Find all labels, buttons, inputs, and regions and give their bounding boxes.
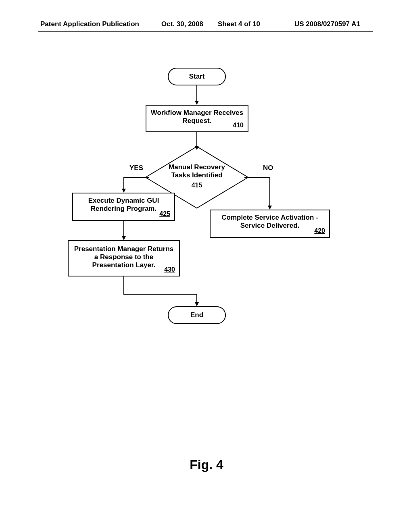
step-420-ref: 420 bbox=[314, 227, 325, 235]
header-rule bbox=[38, 31, 373, 32]
figure-label: Fig. 4 bbox=[0, 457, 413, 472]
step-430: Presentation Manager Returns a Response … bbox=[68, 240, 180, 276]
step-410-ref: 410 bbox=[233, 122, 244, 129]
edge-no-label: NO bbox=[263, 164, 273, 172]
decision-415-ref: 415 bbox=[192, 182, 202, 189]
start-terminal: Start bbox=[168, 68, 226, 85]
header-sheet: Sheet 4 of 10 bbox=[218, 20, 260, 28]
edge-yes-label: YES bbox=[129, 164, 143, 172]
step-425: Execute Dynamic GUI Rendering Program. 4… bbox=[72, 193, 175, 221]
start-label: Start bbox=[189, 73, 205, 81]
end-label: End bbox=[190, 311, 203, 319]
decision-415-text: Manual Recovery Tasks Identified bbox=[159, 163, 234, 179]
end-terminal: End bbox=[168, 306, 226, 324]
header-number: US 2008/0270597 A1 bbox=[294, 20, 360, 28]
step-425-ref: 425 bbox=[159, 210, 170, 218]
step-430-text: Presentation Manager Returns a Response … bbox=[69, 241, 179, 272]
step-410: Workflow Manager Receives Request. 410 bbox=[146, 105, 248, 132]
step-420-text: Complete Service Activation - Service De… bbox=[211, 210, 329, 232]
header-publication: Patent Application Publication bbox=[40, 20, 139, 28]
header-date: Oct. 30, 2008 bbox=[161, 20, 203, 28]
step-430-ref: 430 bbox=[164, 266, 175, 273]
step-420: Complete Service Activation - Service De… bbox=[210, 210, 330, 238]
